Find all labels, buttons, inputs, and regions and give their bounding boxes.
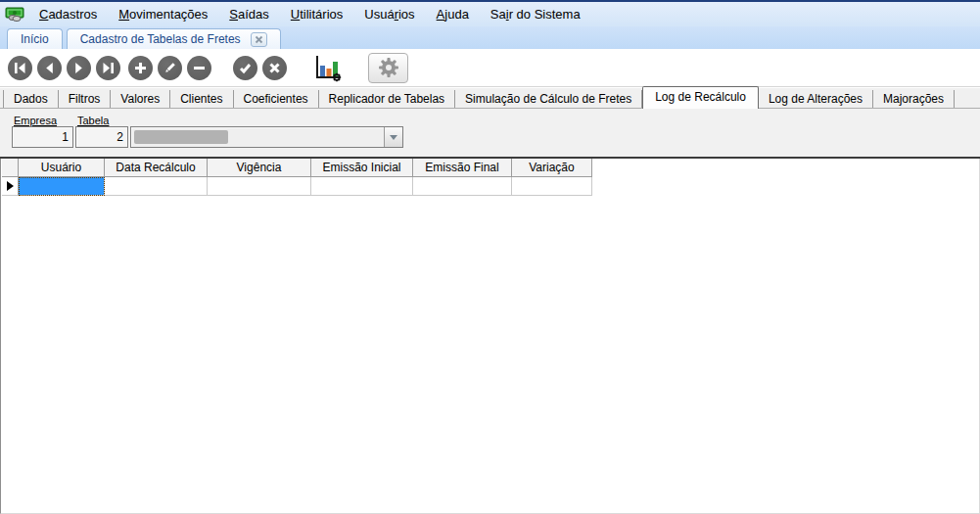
close-tab-icon[interactable] bbox=[251, 32, 267, 47]
confirm-button[interactable] bbox=[233, 56, 257, 80]
first-record-icon bbox=[14, 62, 26, 74]
doc-tab-label: Início bbox=[21, 32, 49, 46]
col-header-usuario: Usuário bbox=[19, 159, 105, 177]
menu-saidas[interactable]: Saídas bbox=[218, 2, 279, 26]
filter-panel: Empresa Tabela 1 2 bbox=[0, 109, 980, 157]
tab-dados[interactable]: Dados bbox=[3, 90, 59, 108]
page-tab-strip: Dados Filtros Valores Clientes Coeficien… bbox=[0, 88, 980, 109]
cell-usuario-selected[interactable] bbox=[19, 177, 105, 196]
settings-gear-icon bbox=[378, 57, 399, 78]
current-row-indicator bbox=[2, 177, 19, 196]
tabela-combobox[interactable] bbox=[130, 126, 403, 148]
app-icon bbox=[5, 6, 24, 23]
delete-record-icon bbox=[193, 62, 206, 74]
tab-log-de-recalculo[interactable]: Log de Recálculo bbox=[642, 86, 759, 109]
tab-majoracoes[interactable]: Majorações bbox=[873, 90, 955, 108]
col-header-variacao: Variação bbox=[512, 159, 592, 177]
first-record-button[interactable] bbox=[8, 56, 32, 80]
chevron-down-icon bbox=[390, 135, 397, 140]
last-record-icon bbox=[102, 62, 115, 74]
prior-record-button[interactable] bbox=[37, 56, 62, 80]
cancel-button[interactable] bbox=[262, 56, 287, 80]
cell-variacao[interactable] bbox=[512, 177, 592, 196]
prior-record-icon bbox=[43, 62, 56, 74]
cancel-icon bbox=[268, 62, 281, 74]
col-header-data-recalculo: Data Recálculo bbox=[105, 159, 208, 177]
col-header-emissao-inicial: Emissão Inicial bbox=[311, 159, 413, 177]
recalc-log-grid[interactable]: Usuário Data Recálculo Vigência Emissão … bbox=[0, 159, 980, 514]
grid-indicator-header bbox=[2, 159, 19, 177]
tab-coeficientes[interactable]: Coeficientes bbox=[234, 90, 319, 108]
menu-bar: Cadastros Movimentações Saídas Utilitári… bbox=[0, 0, 980, 26]
col-header-vigencia: Vigência bbox=[208, 159, 311, 177]
table-row bbox=[2, 177, 592, 196]
tab-log-de-alteracoes[interactable]: Log de Alterações bbox=[759, 90, 873, 108]
delete-record-button[interactable] bbox=[187, 56, 211, 80]
menu-sair-do-sistema[interactable]: Sair do Sistema bbox=[480, 2, 591, 26]
next-record-button[interactable] bbox=[67, 56, 91, 80]
insert-record-icon bbox=[134, 62, 147, 74]
tab-clientes[interactable]: Clientes bbox=[170, 90, 233, 108]
tab-valores[interactable]: Valores bbox=[111, 90, 170, 108]
cell-emissao-inicial[interactable] bbox=[311, 177, 413, 196]
tab-filtros[interactable]: Filtros bbox=[59, 90, 112, 108]
grid-table: Usuário Data Recálculo Vigência Emissão … bbox=[2, 159, 592, 196]
cell-data-recalculo[interactable] bbox=[105, 177, 208, 196]
redacted-combo-value bbox=[134, 130, 228, 144]
tab-replicador-de-tabelas[interactable]: Replicador de Tabelas bbox=[319, 90, 456, 108]
settings-button[interactable] bbox=[368, 53, 408, 83]
empresa-field[interactable]: 1 bbox=[12, 126, 73, 148]
menu-usuarios[interactable]: Usuários bbox=[353, 2, 425, 26]
tabela-field[interactable]: 2 bbox=[75, 126, 128, 148]
grid-header-row: Usuário Data Recálculo Vigência Emissão … bbox=[2, 159, 592, 177]
doc-tab-cadastro-tabelas-fretes[interactable]: Cadastro de Tabelas de Fretes bbox=[67, 28, 281, 49]
confirm-icon bbox=[239, 62, 252, 74]
doc-tab-inicio[interactable]: Início bbox=[7, 28, 63, 49]
next-record-icon bbox=[72, 62, 85, 74]
col-header-emissao-final: Emissão Final bbox=[413, 159, 512, 177]
tabela-label: Tabela bbox=[77, 115, 109, 126]
edit-record-icon bbox=[163, 62, 176, 74]
toolbar bbox=[0, 49, 980, 87]
menu-utilitarios[interactable]: Utilitários bbox=[280, 2, 353, 26]
edit-record-button[interactable] bbox=[158, 56, 182, 80]
current-row-arrow-icon bbox=[7, 181, 14, 191]
menu-cadastros[interactable]: Cadastros bbox=[28, 2, 108, 26]
cell-emissao-final[interactable] bbox=[413, 177, 512, 196]
cell-vigencia[interactable] bbox=[208, 177, 311, 196]
tab-simulacao-de-calculo-de-fretes[interactable]: Simulação de Cálculo de Fretes bbox=[455, 90, 642, 108]
close-x-glyph bbox=[255, 35, 263, 44]
menu-ajuda[interactable]: Ajuda bbox=[426, 2, 480, 26]
combo-dropdown-button[interactable] bbox=[384, 127, 402, 147]
document-tab-strip: Início Cadastro de Tabelas de Fretes bbox=[0, 26, 980, 49]
empresa-label: Empresa bbox=[14, 115, 57, 126]
insert-record-button[interactable] bbox=[128, 56, 153, 80]
chart-button[interactable] bbox=[311, 52, 343, 83]
doc-tab-label: Cadastro de Tabelas de Fretes bbox=[80, 32, 241, 46]
last-record-button[interactable] bbox=[96, 56, 120, 80]
menu-movimentacoes[interactable]: Movimentações bbox=[108, 2, 218, 26]
chart-icon bbox=[312, 53, 342, 82]
